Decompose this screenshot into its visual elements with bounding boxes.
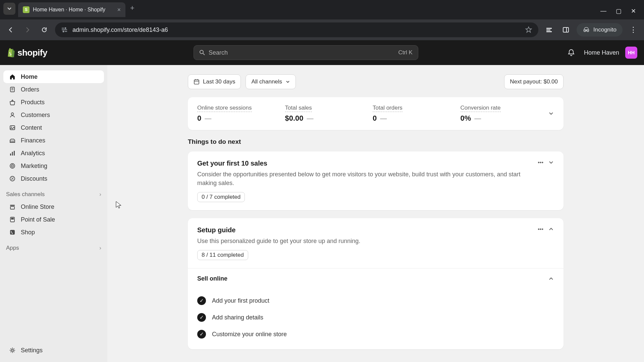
tab-search-button[interactable] xyxy=(3,3,15,15)
sidebar-label: Customers xyxy=(21,112,50,119)
online-store-icon xyxy=(9,203,16,210)
sidebar-section-sales-channels[interactable]: Sales channels › xyxy=(3,185,104,200)
sidebar-item-online-store[interactable]: Online Store xyxy=(3,200,104,213)
browser-tab[interactable]: S Home Haven · Home · Shopify × xyxy=(18,2,125,17)
stat-online-sessions[interactable]: Online store sessions 0— xyxy=(197,105,278,123)
stat-total-orders[interactable]: Total orders 0— xyxy=(373,105,454,123)
check-circle-icon: ✓ xyxy=(197,330,206,339)
collapse-button[interactable] xyxy=(548,160,554,166)
svg-rect-2 xyxy=(65,31,67,32)
svg-point-3 xyxy=(65,27,66,29)
address-bar[interactable]: admin.shopify.com/store/de8143-a6 xyxy=(55,22,538,37)
finances-icon xyxy=(9,137,16,144)
browser-menu-button[interactable]: ⋮ xyxy=(627,24,639,36)
guide-description: Consider the opportunities presented bel… xyxy=(197,170,538,187)
sidebar-item-customers[interactable]: Customers xyxy=(3,109,104,121)
store-avatar[interactable]: HH xyxy=(625,47,637,59)
sidebar-item-home[interactable]: Home xyxy=(3,70,104,83)
back-button[interactable] xyxy=(5,24,17,36)
sidebar-section-apps[interactable]: Apps › xyxy=(3,239,104,254)
store-name[interactable]: Home Haven xyxy=(584,49,619,56)
side-panel-icon[interactable] xyxy=(560,24,572,36)
sidebar-item-products[interactable]: Products xyxy=(3,96,104,109)
sidebar-item-settings[interactable]: Settings xyxy=(3,344,104,357)
svg-rect-31 xyxy=(10,205,15,206)
pos-icon xyxy=(9,216,16,223)
sidebar-item-point-of-sale[interactable]: Point of Sale xyxy=(3,213,104,226)
browser-tab-strip: S Home Haven · Home · Shopify × + — ▢ ✕ xyxy=(0,0,644,19)
svg-rect-23 xyxy=(14,151,15,156)
trend-dash-icon: — xyxy=(205,115,211,122)
browser-toolbar: admin.shopify.com/store/de8143-a6 Incogn… xyxy=(0,19,644,40)
svg-point-10 xyxy=(200,50,203,54)
main-content: Last 30 days All channels Next payout: $… xyxy=(107,65,644,362)
search-shortcut: Ctrl K xyxy=(398,49,413,56)
next-payout-pill[interactable]: Next payout: $0.00 xyxy=(504,74,564,89)
bookmark-icon[interactable] xyxy=(525,26,532,34)
new-tab-button[interactable]: + xyxy=(130,4,135,12)
shopify-bag-icon xyxy=(7,48,15,58)
minimize-button[interactable]: — xyxy=(600,7,606,15)
sidebar-item-orders[interactable]: Orders xyxy=(3,83,104,96)
sidebar-item-shop[interactable]: Shop xyxy=(3,226,104,239)
sidebar-item-discounts[interactable]: Discounts xyxy=(3,172,104,185)
sidebar-label: Content xyxy=(21,124,42,131)
collapse-button[interactable] xyxy=(548,226,554,232)
guide-first-sales: Get your first 10 sales Consider the opp… xyxy=(188,152,564,210)
incognito-indicator[interactable]: Incognito xyxy=(577,23,623,37)
home-icon xyxy=(9,73,16,80)
progress-badge: 0 / 7 completed xyxy=(197,192,245,202)
forward-button[interactable] xyxy=(21,24,34,36)
svg-rect-34 xyxy=(11,218,14,220)
global-search[interactable]: Search Ctrl K xyxy=(194,45,418,60)
svg-rect-37 xyxy=(194,80,199,84)
setup-subsection-sell-online[interactable]: Sell online xyxy=(188,268,564,289)
sidebar-label: Online Store xyxy=(21,203,54,210)
guide-title: Setup guide xyxy=(197,226,538,234)
extensions-icon[interactable] xyxy=(543,24,555,36)
discounts-icon xyxy=(9,175,16,182)
task-item[interactable]: ✓ Customize your online store xyxy=(197,326,554,343)
section-title: Things to do next xyxy=(188,138,564,145)
sidebar-item-finances[interactable]: Finances xyxy=(3,134,104,147)
sidebar-label: Discounts xyxy=(21,175,47,182)
sidebar-label: Marketing xyxy=(21,163,47,170)
more-actions-button[interactable]: ••• xyxy=(538,226,543,232)
sidebar-label: Products xyxy=(21,99,45,106)
shop-icon xyxy=(9,229,16,236)
sidebar-item-analytics[interactable]: Analytics xyxy=(3,147,104,160)
notifications-button[interactable] xyxy=(565,46,578,59)
close-window-button[interactable]: ✕ xyxy=(631,7,636,15)
check-circle-icon: ✓ xyxy=(197,296,206,305)
sidebar-item-marketing[interactable]: Marketing xyxy=(3,160,104,172)
sidebar-label: Point of Sale xyxy=(21,216,55,223)
channel-filter[interactable]: All channels xyxy=(246,74,296,89)
sidebar-label: Analytics xyxy=(21,150,45,157)
more-actions-button[interactable]: ••• xyxy=(538,160,543,166)
sidebar-label: Home xyxy=(21,73,38,80)
marketing-icon xyxy=(9,162,16,170)
close-tab-button[interactable]: × xyxy=(117,6,121,13)
sidebar-label: Shop xyxy=(21,229,35,236)
stat-conversion-rate[interactable]: Conversion rate 0%— xyxy=(461,105,542,123)
stat-total-sales[interactable]: Total sales $0.00— xyxy=(285,105,366,123)
app-header: shopify Search Ctrl K Home Haven HH xyxy=(0,40,644,65)
check-circle-icon: ✓ xyxy=(197,313,206,322)
chevron-down-icon xyxy=(285,79,290,84)
task-list: ✓ Add your first product ✓ Add sharing d… xyxy=(188,289,564,349)
sidebar-item-content[interactable]: Content xyxy=(3,121,104,134)
trend-dash-icon: — xyxy=(307,115,314,122)
task-item[interactable]: ✓ Add your first product xyxy=(197,292,554,309)
search-icon xyxy=(199,50,205,56)
trend-dash-icon: — xyxy=(380,115,387,122)
calendar-icon xyxy=(194,79,200,85)
expand-stats-button[interactable] xyxy=(548,111,554,117)
reload-button[interactable] xyxy=(38,24,50,36)
shopify-favicon-icon: S xyxy=(23,6,30,13)
guide-setup: Setup guide Use this personalized guide … xyxy=(188,218,564,349)
maximize-button[interactable]: ▢ xyxy=(616,7,622,15)
date-range-filter[interactable]: Last 30 days xyxy=(188,74,241,89)
task-item[interactable]: ✓ Add sharing details xyxy=(197,309,554,326)
site-settings-icon[interactable] xyxy=(61,26,68,33)
shopify-logo[interactable]: shopify xyxy=(7,48,47,58)
